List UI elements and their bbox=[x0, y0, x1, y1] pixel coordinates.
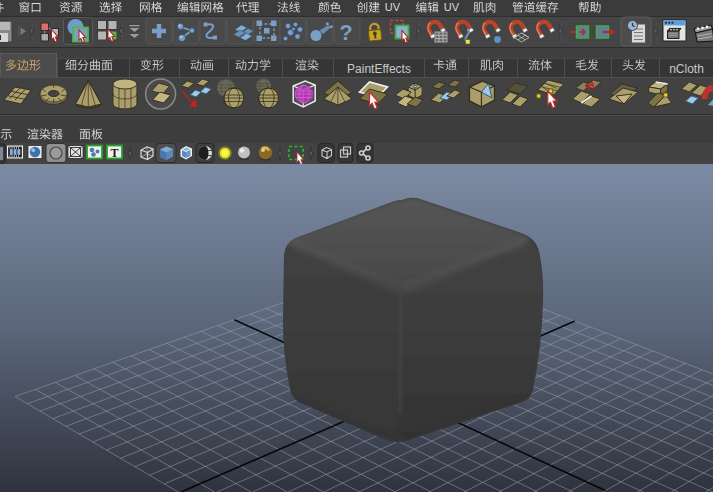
svg-text:T: T bbox=[110, 146, 118, 160]
svg-text:?: ? bbox=[339, 20, 352, 45]
